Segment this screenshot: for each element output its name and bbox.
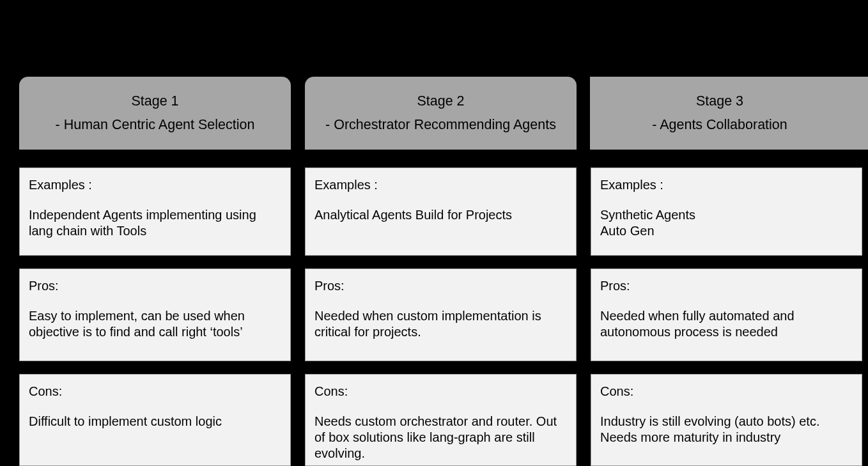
stage-column-1: Stage 1 - Human Centric Agent Selection … bbox=[19, 77, 291, 466]
cons-body: Difficult to implement custom logic bbox=[29, 414, 281, 430]
stage-column-2: Stage 2 - Orchestrator Recommending Agen… bbox=[305, 77, 577, 466]
stage-3-cons-card: Cons: Industry is still evolving (auto b… bbox=[591, 374, 862, 466]
stage-2-pros-card: Pros: Needed when custom implementation … bbox=[305, 268, 577, 361]
examples-heading: Examples : bbox=[29, 177, 281, 193]
pros-heading: Pros: bbox=[314, 278, 567, 294]
pros-body: Needed when fully automated and autonomo… bbox=[600, 308, 853, 340]
stage-3-examples-card: Examples : Synthetic Agents Auto Gen bbox=[591, 167, 862, 256]
cons-body: Needs custom orchestrator and router. Ou… bbox=[314, 414, 567, 462]
examples-heading: Examples : bbox=[600, 177, 853, 193]
cons-body: Industry is still evolving (auto bots) e… bbox=[600, 414, 853, 446]
cons-heading: Cons: bbox=[314, 384, 567, 400]
pros-body: Easy to implement, can be used when obje… bbox=[29, 308, 281, 340]
stage-1-cons-card: Cons: Difficult to implement custom logi… bbox=[19, 374, 291, 466]
stage-1-pros-card: Pros: Easy to implement, can be used whe… bbox=[19, 268, 291, 361]
stage-1-subtitle: - Human Centric Agent Selection bbox=[56, 115, 255, 135]
stage-3-cards: Examples : Synthetic Agents Auto Gen Pro… bbox=[591, 167, 868, 466]
pros-heading: Pros: bbox=[29, 278, 281, 294]
stage-2-cards: Examples : Analytical Agents Build for P… bbox=[305, 167, 577, 466]
stage-2-subtitle: - Orchestrator Recommending Agents bbox=[325, 115, 556, 135]
examples-body: Independent Agents implementing using la… bbox=[29, 207, 281, 239]
stage-3-subtitle: - Agents Collaboration bbox=[652, 115, 787, 135]
pros-heading: Pros: bbox=[600, 278, 853, 294]
cons-heading: Cons: bbox=[29, 384, 281, 400]
stage-row: Stage 1 - Human Centric Agent Selection … bbox=[19, 77, 862, 466]
stage-1-header: Stage 1 - Human Centric Agent Selection bbox=[19, 77, 291, 150]
stage-column-3: Stage 3 - Agents Collaboration Examples … bbox=[591, 77, 868, 466]
stage-3-pros-card: Pros: Needed when fully automated and au… bbox=[591, 268, 862, 361]
examples-body: Analytical Agents Build for Projects bbox=[314, 207, 567, 223]
stage-2-cons-card: Cons: Needs custom orchestrator and rout… bbox=[305, 374, 577, 466]
stage-3-title: Stage 3 bbox=[696, 91, 743, 111]
cons-heading: Cons: bbox=[600, 384, 853, 400]
examples-body: Synthetic Agents Auto Gen bbox=[600, 207, 853, 239]
stage-1-examples-card: Examples : Independent Agents implementi… bbox=[19, 167, 291, 256]
stage-1-cards: Examples : Independent Agents implementi… bbox=[19, 167, 291, 466]
stage-2-header: Stage 2 - Orchestrator Recommending Agen… bbox=[305, 77, 577, 150]
stage-3-header: Stage 3 - Agents Collaboration bbox=[591, 77, 868, 150]
stage-2-title: Stage 2 bbox=[417, 91, 464, 111]
stage-2-examples-card: Examples : Analytical Agents Build for P… bbox=[305, 167, 577, 256]
pros-body: Needed when custom implementation is cri… bbox=[314, 308, 567, 340]
stage-1-title: Stage 1 bbox=[131, 91, 178, 111]
examples-heading: Examples : bbox=[314, 177, 567, 193]
